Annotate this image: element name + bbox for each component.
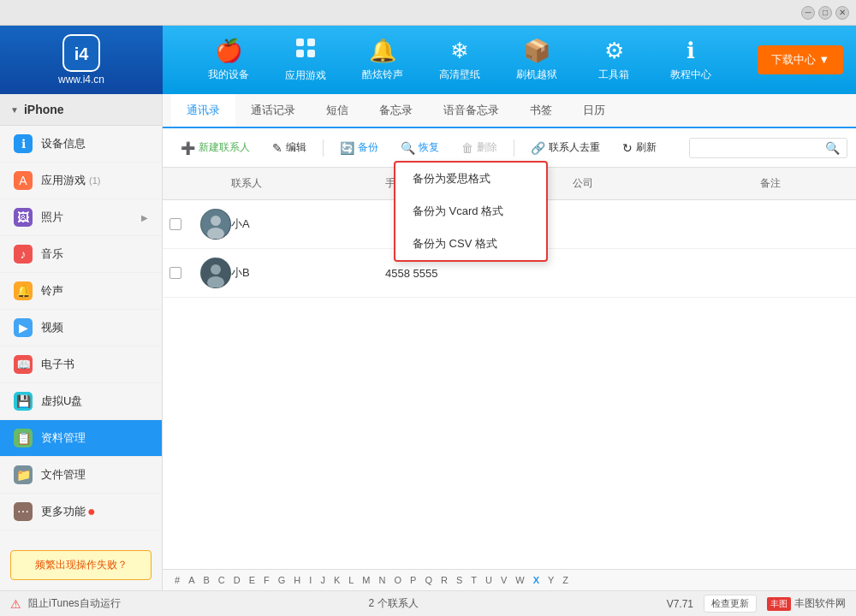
- alpha-item-i[interactable]: I: [306, 573, 315, 587]
- content-area: 通讯录 通话记录 短信 备忘录 语音备忘录 书签 日历 ➕ 新建联系人 ✎ 编辑…: [163, 94, 856, 590]
- tab-voice-notes[interactable]: 语音备忘录: [428, 94, 514, 128]
- sidebar-item-videos[interactable]: ▶ 视频: [0, 310, 162, 346]
- udisk-icon: 💾: [14, 392, 33, 411]
- alpha-item-z[interactable]: Z: [559, 573, 572, 587]
- sidebar-item-data-mgmt[interactable]: 📋 资料管理: [0, 420, 162, 457]
- minimize-button[interactable]: ─: [801, 6, 815, 20]
- alpha-item-h[interactable]: H: [290, 573, 304, 587]
- alpha-item-w[interactable]: W: [512, 573, 527, 587]
- watermark: 丰图 丰图软件网: [767, 596, 846, 611]
- backup-csv-option[interactable]: 备份为 CSV 格式: [395, 228, 546, 260]
- version-label: V7.71: [667, 598, 693, 610]
- alpha-item-x[interactable]: X: [530, 573, 543, 587]
- nav-item-tools[interactable]: ⚙ 工具箱: [575, 26, 652, 94]
- alpha-item-y[interactable]: Y: [544, 573, 557, 587]
- sidebar-item-ringtones[interactable]: 🔔 铃声: [0, 273, 162, 310]
- tab-notes[interactable]: 备忘录: [364, 94, 428, 128]
- nav-item-ringtones[interactable]: 🔔 酷炫铃声: [344, 26, 421, 94]
- merge-icon: 🔗: [531, 141, 545, 155]
- sidebar-item-music-label: 音乐: [41, 246, 63, 262]
- alpha-item-#[interactable]: #: [171, 573, 183, 587]
- more-icon: ⋯: [14, 502, 33, 521]
- nav-item-wallpapers[interactable]: ❄ 高清壁纸: [421, 26, 498, 94]
- backup-dropdown-menu: 备份为爱思格式 备份为 Vcard 格式 备份为 CSV 格式: [394, 161, 548, 262]
- checkbox-2[interactable]: [169, 267, 181, 279]
- row2-checkbox[interactable]: [163, 264, 193, 282]
- nav-item-apps-label: 应用游戏: [285, 68, 326, 83]
- alpha-item-n[interactable]: N: [376, 573, 389, 587]
- alpha-item-f[interactable]: F: [260, 573, 273, 587]
- close-button[interactable]: ✕: [835, 6, 849, 20]
- tab-calendar[interactable]: 日历: [568, 94, 621, 128]
- refresh-button[interactable]: ↻ 刷新: [613, 135, 666, 160]
- backup-button[interactable]: 🔄 备份: [330, 135, 388, 160]
- nav-item-tutorials[interactable]: ℹ 教程中心: [652, 26, 729, 94]
- search-input[interactable]: [697, 142, 825, 154]
- alpha-item-k[interactable]: K: [330, 573, 343, 587]
- tab-bookmarks[interactable]: 书签: [514, 94, 568, 128]
- alpha-item-o[interactable]: O: [390, 573, 405, 587]
- sidebar-item-device-info[interactable]: ℹ 设备信息: [0, 126, 162, 163]
- alpha-item-b[interactable]: B: [199, 573, 212, 587]
- alpha-item-m[interactable]: M: [359, 573, 373, 587]
- download-button[interactable]: 下载中心 ▼: [758, 45, 843, 74]
- tab-contacts[interactable]: 通讯录: [171, 94, 235, 128]
- alpha-item-l[interactable]: L: [345, 573, 357, 587]
- alpha-item-u[interactable]: U: [482, 573, 496, 587]
- checkbox-1[interactable]: [169, 218, 181, 230]
- sidebar-item-music[interactable]: ♪ 音乐: [0, 236, 162, 273]
- sidebar-item-apps[interactable]: A 应用游戏 (1): [0, 163, 162, 199]
- restore-button[interactable]: □: [818, 6, 832, 20]
- sidebar-item-more[interactable]: ⋯ 更多功能 ●: [0, 494, 162, 530]
- itunes-status: 阻止iTunes自动运行: [28, 596, 121, 611]
- nav-item-jailbreak[interactable]: 📦 刷机越狱: [498, 26, 575, 94]
- merge-button[interactable]: 🔗 联系人去重: [521, 135, 609, 160]
- alpha-item-p[interactable]: P: [407, 573, 419, 587]
- more-badge: ●: [87, 504, 96, 519]
- alpha-item-a[interactable]: A: [185, 573, 198, 587]
- backup-vcard-option[interactable]: 备份为 Vcard 格式: [395, 195, 546, 228]
- sidebar-item-ebooks[interactable]: 📖 电子书: [0, 346, 162, 383]
- contact-count: 2 个联系人: [121, 596, 667, 611]
- check-update-button[interactable]: 检查更新: [704, 595, 757, 613]
- alpha-item-d[interactable]: D: [230, 573, 244, 587]
- merge-label: 联系人去重: [549, 140, 600, 155]
- sidebar-item-file-mgmt[interactable]: 📁 文件管理: [0, 457, 162, 494]
- alpha-item-v[interactable]: V: [497, 573, 510, 587]
- info-icon: ℹ: [14, 134, 33, 153]
- restore-button[interactable]: 🔍 恢复: [391, 135, 449, 160]
- tab-sms[interactable]: 短信: [311, 94, 364, 128]
- sidebar-item-photos[interactable]: 🖼 照片 ▶: [0, 199, 162, 236]
- chevron-down-icon: ▼: [10, 105, 19, 115]
- help-button[interactable]: 频繁出现操作失败？: [10, 550, 152, 580]
- tab-bar: 通讯录 通话记录 短信 备忘录 语音备忘录 书签 日历: [163, 94, 856, 128]
- edit-button[interactable]: ✎ 编辑: [263, 135, 316, 160]
- nav-item-apps[interactable]: 应用游戏: [267, 26, 344, 94]
- new-contact-button[interactable]: ➕ 新建联系人: [171, 135, 259, 160]
- watermark-text: 丰图软件网: [794, 596, 846, 611]
- alpha-item-r[interactable]: R: [437, 573, 451, 587]
- alpha-item-s[interactable]: S: [453, 573, 466, 587]
- data-icon: 📋: [14, 429, 33, 447]
- nav-item-my-device[interactable]: 🍎 我的设备: [190, 26, 267, 94]
- sidebar: ▼ iPhone ℹ 设备信息 A 应用游戏 (1) 🖼 照片 ▶ ♪ 音乐 🔔…: [0, 94, 163, 590]
- status-right: V7.71 检查更新 丰图 丰图软件网: [667, 595, 846, 613]
- alpha-item-g[interactable]: G: [275, 573, 289, 587]
- title-bar: ─ □ ✕: [0, 0, 856, 26]
- row1-avatar: [193, 205, 224, 243]
- delete-label: 删除: [477, 140, 497, 155]
- alpha-item-t[interactable]: T: [467, 573, 480, 587]
- alpha-item-j[interactable]: J: [317, 573, 329, 587]
- delete-button[interactable]: 🗑 删除: [452, 135, 507, 160]
- plus-icon: ➕: [181, 141, 195, 155]
- row1-checkbox[interactable]: [163, 215, 193, 234]
- alpha-item-c[interactable]: C: [215, 573, 229, 587]
- tab-call-log[interactable]: 通话记录: [235, 94, 311, 128]
- svg-rect-3: [307, 38, 315, 46]
- backup-i4-option[interactable]: 备份为爱思格式: [395, 163, 546, 195]
- watermark-box: 丰图: [767, 597, 791, 611]
- alpha-item-e[interactable]: E: [246, 573, 259, 587]
- sidebar-item-udisk[interactable]: 💾 虚拟U盘: [0, 383, 162, 420]
- app-icon: [294, 37, 317, 65]
- alpha-item-q[interactable]: Q: [421, 573, 436, 587]
